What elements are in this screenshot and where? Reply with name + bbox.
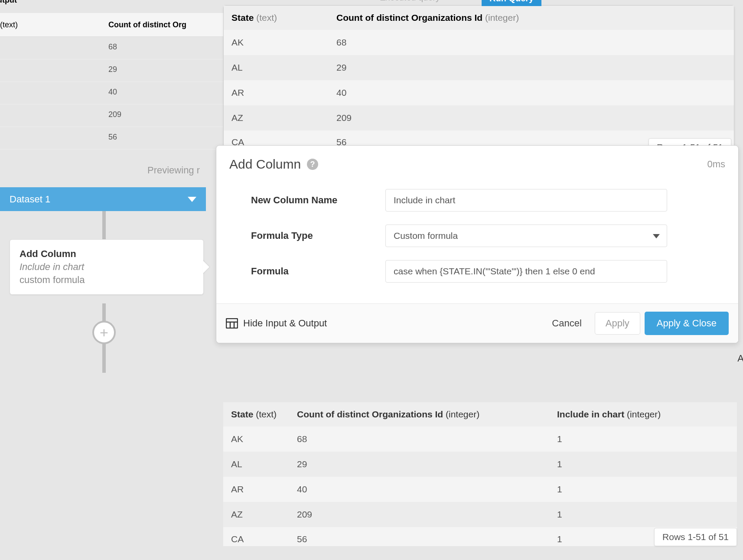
cancel-button[interactable]: Cancel [543, 313, 590, 334]
input-preview-table: Executed query Run Query State (text) Co… [223, 5, 734, 148]
execution-time: 0ms [707, 159, 725, 170]
formula-type-select[interactable]: Custom formula [385, 225, 667, 247]
apply-button[interactable]: Apply [595, 312, 640, 335]
svg-rect-0 [226, 319, 238, 328]
add-step-button[interactable]: + [92, 321, 116, 344]
help-icon[interactable]: ? [307, 159, 318, 170]
row-count-badge: Rows 1-51 of 51 [654, 528, 737, 546]
table-row[interactable]: AR40 [224, 80, 734, 105]
chevron-down-icon [653, 234, 660, 238]
node-subtitle-plain: custom formula [20, 274, 194, 286]
dataset-header[interactable]: Dataset 1 [0, 187, 206, 211]
bg-row: 68 [0, 37, 238, 59]
new-column-name-input[interactable]: Include in chart [385, 189, 667, 212]
panel-title: Add Column [229, 157, 301, 172]
table-row[interactable]: AZ209 [224, 105, 734, 130]
side-letter: A [737, 353, 743, 364]
new-column-name-label: New Column Name [251, 195, 385, 206]
apply-close-button[interactable]: Apply & Close [645, 312, 729, 335]
node-title: Add Column [20, 248, 194, 260]
table-header: State (text) Count of distinct Organizat… [223, 402, 737, 427]
output-preview-table: State (text) Count of distinct Organizat… [223, 402, 737, 546]
formula-type-label: Formula Type [251, 230, 385, 241]
table-row[interactable]: AK68 [224, 30, 734, 55]
add-column-panel: Add Column ? 0ms New Column Name Include… [216, 145, 739, 343]
formula-input[interactable]: case when {STATE.IN('"State"')} then 1 e… [385, 260, 667, 283]
dataset-label: Dataset 1 [10, 194, 50, 205]
table-row[interactable]: AK681 [223, 427, 737, 452]
formula-label: Formula [251, 266, 385, 277]
chevron-down-icon [188, 197, 196, 202]
bg-left-header: (text) Count of distinct Org [0, 13, 238, 37]
table-row[interactable]: AL29 [224, 55, 734, 80]
bg-row: 29 [0, 59, 238, 82]
output-label: Output [0, 0, 17, 5]
node-subtitle-italic: Include in chart [20, 261, 194, 273]
table-row[interactable]: AR401 [223, 477, 737, 502]
pipeline-connector [102, 211, 106, 239]
bg-row: 40 [0, 82, 238, 104]
bg-row: 56 [0, 127, 238, 150]
bg-left-col1-type: (text) [0, 20, 18, 29]
table-icon [226, 318, 238, 329]
run-query-button[interactable]: Run Query [482, 0, 541, 6]
table-header: State (text) Count of distinct Organizat… [224, 6, 734, 30]
table-row[interactable]: AL291 [223, 452, 737, 477]
hide-io-toggle[interactable]: Hide Input & Output [226, 318, 327, 329]
bg-left-col2-label: Count of distinct Org [108, 20, 186, 29]
executed-query-label: Executed query [380, 0, 440, 3]
previewing-label: Previewing r [147, 165, 200, 176]
bg-row: 209 [0, 104, 238, 127]
table-row[interactable]: AZ2091 [223, 502, 737, 527]
add-column-node[interactable]: Add Column Include in chart custom formu… [10, 239, 204, 295]
